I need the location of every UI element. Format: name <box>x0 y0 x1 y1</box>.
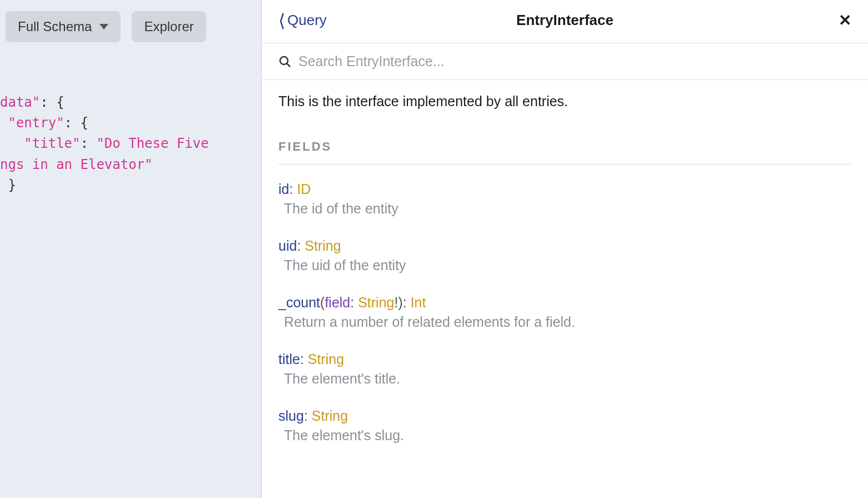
back-link[interactable]: ⟨ Query <box>278 12 327 29</box>
chevron-down-icon <box>99 24 108 29</box>
field-description: The element's slug. <box>278 427 851 444</box>
toolbar: Full Schema Explorer <box>0 11 261 42</box>
field-type-link[interactable]: Int <box>411 295 426 310</box>
punct: : <box>304 408 312 424</box>
field-name-link[interactable]: title <box>278 351 300 367</box>
json-key: data <box>0 94 32 110</box>
field-arg-name[interactable]: field <box>325 295 350 310</box>
search-row <box>262 43 868 80</box>
punct: : <box>300 351 308 367</box>
back-label: Query <box>287 12 327 29</box>
field-name-link[interactable]: uid <box>278 238 297 253</box>
close-button[interactable]: ✕ <box>839 11 851 29</box>
search-icon <box>278 55 292 68</box>
doc-description: This is the interface implemented by all… <box>278 93 851 109</box>
field-type-link[interactable]: String <box>305 238 341 253</box>
svg-point-0 <box>280 57 288 64</box>
punct: : <box>350 295 358 310</box>
field-description: The id of the entity <box>278 201 851 217</box>
field-item: uid: StringThe uid of the entity <box>278 238 851 273</box>
field-signature: _count(field: String!): Int <box>278 295 851 311</box>
docs-panel: ⟨ Query EntryInterface ✕ This is the int… <box>261 0 868 498</box>
svg-line-1 <box>287 63 290 67</box>
fields-list: id: IDThe id of the entityuid: StringThe… <box>278 181 851 444</box>
field-arg-type-link[interactable]: String <box>358 295 394 310</box>
search-input[interactable] <box>298 53 851 69</box>
field-item: slug: StringThe element's slug. <box>278 408 851 444</box>
field-description: Return a number of related elements for … <box>278 314 851 330</box>
field-type-link[interactable]: String <box>312 408 348 424</box>
doc-title: EntryInterface <box>516 12 613 29</box>
doc-header: ⟨ Query EntryInterface ✕ <box>262 0 868 43</box>
json-result: data": { "entry": { "title": "Do These F… <box>0 92 261 196</box>
fields-header: FIELDS <box>278 140 851 165</box>
field-item: title: StringThe element's title. <box>278 351 851 387</box>
field-signature: uid: String <box>278 238 851 254</box>
field-description: The uid of the entity <box>278 257 851 273</box>
json-key: title <box>32 136 72 151</box>
close-icon: ✕ <box>839 12 851 29</box>
field-name-link[interactable]: slug <box>278 408 304 424</box>
punct: : <box>403 295 411 310</box>
punct: : <box>289 181 297 197</box>
punct: : <box>297 238 305 253</box>
full-schema-label: Full Schema <box>18 19 92 34</box>
results-panel: Full Schema Explorer data": { "entry": {… <box>0 0 261 498</box>
field-name-link[interactable]: id <box>278 181 289 197</box>
field-description: The element's title. <box>278 371 851 387</box>
explorer-button[interactable]: Explorer <box>132 11 206 42</box>
json-key: entry <box>16 115 56 131</box>
json-string: ngs in an Elevator" <box>0 157 153 172</box>
field-signature: slug: String <box>278 408 851 424</box>
field-type-link[interactable]: ID <box>297 181 311 197</box>
field-item: _count(field: String!): IntReturn a numb… <box>278 295 851 330</box>
punct: !) <box>394 295 402 310</box>
doc-body: This is the interface implemented by all… <box>262 80 868 478</box>
full-schema-dropdown[interactable]: Full Schema <box>6 11 121 42</box>
field-signature: title: String <box>278 351 851 367</box>
field-signature: id: ID <box>278 181 851 197</box>
json-string: "Do These Five <box>96 136 208 151</box>
chevron-left-icon: ⟨ <box>278 12 285 29</box>
field-name-link[interactable]: _count <box>278 295 320 310</box>
field-item: id: IDThe id of the entity <box>278 181 851 217</box>
field-type-link[interactable]: String <box>308 351 344 367</box>
explorer-label: Explorer <box>144 19 193 34</box>
